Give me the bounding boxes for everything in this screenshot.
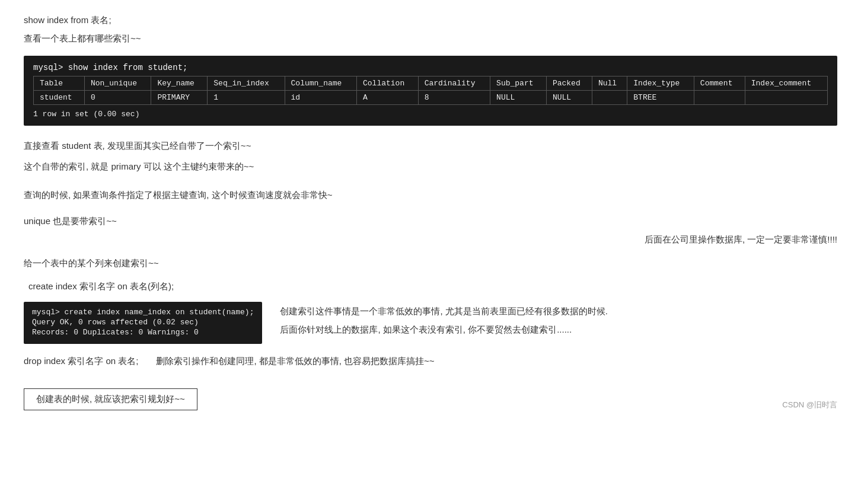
- cell-comment: [694, 91, 745, 105]
- cell-non-unique: 0: [84, 91, 151, 105]
- csdn-label: CSDN @旧时言: [782, 400, 837, 410]
- drop-index-note: 删除索引操作和创建同理, 都是非常低效的事情, 也容易把数据库搞挂~~: [156, 356, 434, 367]
- warning-text: 后面在公司里操作数据库, 一定一定要非常谨慎!!!!: [645, 234, 837, 244]
- col-comment: Comment: [694, 76, 745, 91]
- col-seq-in-index: Seq_in_index: [208, 76, 285, 91]
- terminal-create-index: mysql> create index name_index on studen…: [24, 302, 262, 344]
- unique-note-text: unique 也是要带索引~~: [24, 216, 117, 226]
- create-index-cmd-text: create index 索引名字 on 表名(列名);: [28, 281, 174, 291]
- cell-collation: A: [356, 91, 418, 105]
- col-sub-part: Sub_part: [490, 76, 547, 91]
- col-table: Table: [34, 76, 85, 91]
- cell-column-name: id: [285, 91, 356, 105]
- unique-note: unique 也是要带索引~~: [24, 216, 837, 227]
- col-collation: Collation: [356, 76, 418, 91]
- cell-index-comment: [745, 91, 827, 105]
- create-index-cmd: create index 索引名字 on 表名(列名);: [24, 281, 837, 292]
- footer-box: 创建表的时候, 就应该把索引规划好~~: [24, 388, 197, 410]
- desc1-line1: 直接查看 student 表, 发现里面其实已经自带了一个索引~~: [24, 138, 837, 155]
- col-index-type: Index_type: [627, 76, 694, 91]
- warning-section: 后面在公司里操作数据库, 一定一定要非常谨慎!!!!: [24, 234, 837, 245]
- intro-line1: show index from 表名;: [24, 12, 837, 28]
- create-index-note: 给一个表中的某个列来创建索引~~: [24, 255, 837, 272]
- inline-create-section: mysql> create index name_index on studen…: [24, 302, 837, 344]
- col-null: Null: [592, 76, 627, 91]
- index-table: Table Non_unique Key_name Seq_in_index C…: [33, 76, 828, 105]
- col-non-unique: Non_unique: [84, 76, 151, 91]
- terminal2-line2: Query OK, 0 rows affected (0.02 sec): [32, 318, 254, 327]
- terminal2-line1: mysql> create index name_index on studen…: [32, 308, 254, 317]
- terminal2-line3: Records: 0 Duplicates: 0 Warnings: 0: [32, 328, 254, 337]
- col-key-name: Key_name: [151, 76, 208, 91]
- terminal-cmd1: mysql> show index from student;: [33, 63, 828, 72]
- cell-packed: NULL: [546, 91, 592, 105]
- cell-index-type: BTREE: [627, 91, 694, 105]
- footer-section: 创建表的时候, 就应该把索引规划好~~ CSDN @旧时言: [24, 379, 837, 410]
- side-note-line2: 后面你针对线上的数据库, 如果这个表没有索引, 你不要贸然去创建索引......: [280, 321, 608, 337]
- table-row: student 0 PRIMARY 1 id A 8 NULL NULL BTR…: [34, 91, 828, 105]
- result-line: 1 row in set (0.00 sec): [33, 110, 828, 119]
- terminal-show-index: mysql> show index from student; Table No…: [24, 56, 837, 126]
- cell-cardinality: 8: [418, 91, 490, 105]
- col-column-name: Column_name: [285, 76, 356, 91]
- desc2-line1: 查询的时候, 如果查询条件指定了根据主键查询, 这个时候查询速度就会非常快~: [24, 187, 837, 204]
- desc1-line2: 这个自带的索引, 就是 primary 可以 这个主键约束带来的~~: [24, 158, 837, 176]
- drop-index-cmd: drop index 索引名字 on 表名;: [24, 356, 138, 367]
- footer-box-text: 创建表的时候, 就应该把索引规划好~~: [36, 394, 185, 404]
- desc2-section: 查询的时候, 如果查询条件指定了根据主键查询, 这个时候查询速度就会非常快~: [24, 187, 837, 204]
- intro-section: show index from 表名; 查看一个表上都有哪些索引~~: [24, 12, 837, 46]
- create-index-note-text: 给一个表中的某个列来创建索引~~: [24, 255, 837, 272]
- cell-null: [592, 91, 627, 105]
- table-header-row: Table Non_unique Key_name Seq_in_index C…: [34, 76, 828, 91]
- cell-seq-in-index: 1: [208, 91, 285, 105]
- cell-key-name: PRIMARY: [151, 91, 208, 105]
- col-packed: Packed: [546, 76, 592, 91]
- drop-index-section: drop index 索引名字 on 表名; 删除索引操作和创建同理, 都是非常…: [24, 356, 837, 367]
- cell-table: student: [34, 91, 85, 105]
- col-index-comment: Index_comment: [745, 76, 827, 91]
- side-note-line1: 创建索引这件事情是一个非常低效的事情, 尤其是当前表里面已经有很多数据的时候.: [280, 303, 608, 319]
- intro-line2: 查看一个表上都有哪些索引~~: [24, 30, 837, 46]
- side-note-section: 创建索引这件事情是一个非常低效的事情, 尤其是当前表里面已经有很多数据的时候. …: [280, 302, 608, 340]
- cell-sub-part: NULL: [490, 91, 547, 105]
- col-cardinality: Cardinality: [418, 76, 490, 91]
- desc1-section: 直接查看 student 表, 发现里面其实已经自带了一个索引~~ 这个自带的索…: [24, 138, 837, 175]
